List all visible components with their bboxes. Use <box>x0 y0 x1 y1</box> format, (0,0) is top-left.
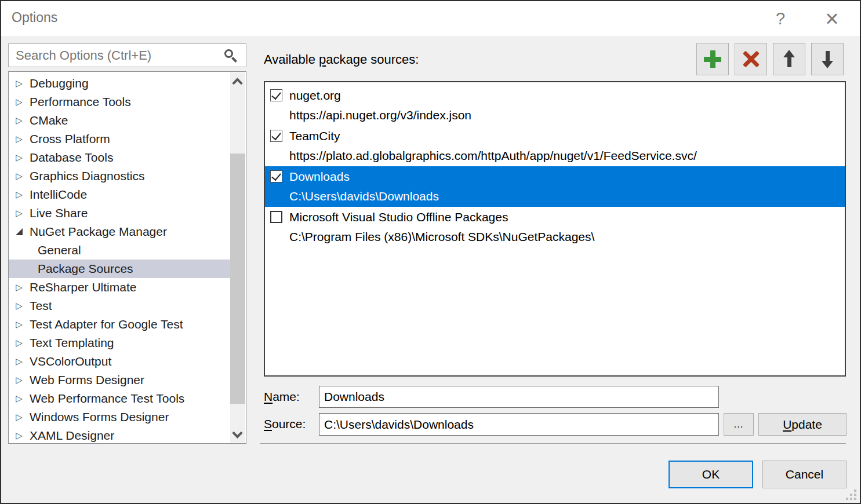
expander-icon[interactable] <box>14 208 24 218</box>
tree-item-xaml-designer[interactable]: XAML Designer <box>9 426 230 444</box>
scrollbar-thumb[interactable] <box>230 154 245 404</box>
expander-icon[interactable] <box>14 338 24 348</box>
search-input[interactable]: Search Options (Ctrl+E) <box>8 43 246 67</box>
expander-icon[interactable] <box>14 189 24 200</box>
name-label: Name: <box>264 390 300 404</box>
browse-button[interactable]: ... <box>724 413 754 436</box>
dialog-body: Search Options (Ctrl+E) Debugging Perfor… <box>1 36 860 503</box>
remove-source-button[interactable] <box>735 43 767 75</box>
expander-icon[interactable] <box>14 301 24 311</box>
expander-icon[interactable] <box>14 171 24 181</box>
help-button[interactable]: ? <box>764 1 797 36</box>
search-placeholder: Search Options (Ctrl+E) <box>16 48 151 63</box>
tree-scrollbar[interactable] <box>230 72 245 443</box>
expander-icon[interactable] <box>14 228 24 235</box>
divider <box>260 443 846 444</box>
scroll-up-icon[interactable] <box>232 78 242 88</box>
source-input[interactable]: C:\Users\davids\Downloads <box>319 413 719 436</box>
tree-item-graphics-diagnostics[interactable]: Graphics Diagnostics <box>9 167 230 185</box>
tree-item-nuget-package-manager[interactable]: NuGet Package Manager <box>9 222 230 241</box>
resize-grip-icon[interactable] <box>846 490 856 500</box>
tree-item-performance-tools[interactable]: Performance Tools <box>9 93 230 111</box>
expander-icon[interactable] <box>14 97 24 107</box>
source-name: nuget.org <box>289 89 341 103</box>
expander-icon[interactable] <box>14 412 24 422</box>
tree-item-label: Graphics Diagnostics <box>30 169 144 183</box>
tree-item-test-adapter-google-test[interactable]: Test Adapter for Google Test <box>9 315 230 334</box>
source-value: C:\Users\davids\Downloads <box>324 418 474 432</box>
expander-icon[interactable] <box>14 152 24 163</box>
arrow-up-icon <box>783 50 795 68</box>
tree-item-resharper-ultimate[interactable]: ReSharper Ultimate <box>9 278 230 297</box>
close-icon: × <box>825 6 838 32</box>
scroll-down-icon[interactable] <box>232 428 242 438</box>
tree-item-text-templating[interactable]: Text Templating <box>9 334 230 352</box>
arrow-down-icon <box>822 50 833 68</box>
titlebar: Options ? × <box>1 1 860 36</box>
source-name: TeamCity <box>289 129 340 143</box>
expander-icon[interactable] <box>14 319 24 330</box>
tree-item-web-performance-test-tools[interactable]: Web Performance Test Tools <box>9 389 230 408</box>
tree-item-label: IntelliCode <box>30 188 87 202</box>
package-sources-list: nuget.org https://api.nuget.org/v3/index… <box>264 81 846 377</box>
tree-item-label: Cross Platform <box>30 132 110 146</box>
tree-item-label: Database Tools <box>30 151 113 165</box>
tree-item-cross-platform[interactable]: Cross Platform <box>9 130 230 148</box>
expander-icon[interactable] <box>14 282 24 293</box>
tree-item-label: Live Share <box>30 206 88 220</box>
move-down-button[interactable] <box>811 43 844 75</box>
source-item-downloads[interactable]: Downloads C:\Users\davids\Downloads <box>265 166 845 207</box>
tree-item-intellicode[interactable]: IntelliCode <box>9 185 230 204</box>
source-item-teamcity[interactable]: TeamCity https://plato.ad.globalgraphics… <box>265 126 845 166</box>
source-checkbox[interactable] <box>270 170 282 182</box>
expander-icon[interactable] <box>14 356 24 367</box>
source-checkbox[interactable] <box>270 130 282 142</box>
source-checkbox[interactable] <box>270 211 282 223</box>
tree-item-label: Text Templating <box>30 336 114 350</box>
tree-item-label: Package Sources <box>38 262 133 276</box>
tree-item-vscoloroutput[interactable]: VSColorOutput <box>9 352 230 371</box>
update-button[interactable]: Update <box>758 413 847 436</box>
tree-item-web-forms-designer[interactable]: Web Forms Designer <box>9 371 230 389</box>
add-source-button[interactable] <box>696 43 729 75</box>
expander-icon[interactable] <box>14 393 24 404</box>
tree-item-cmake[interactable]: CMake <box>9 111 230 130</box>
tree-item-package-sources[interactable]: Package Sources <box>9 260 230 278</box>
tree-item-test[interactable]: Test <box>9 297 230 315</box>
expander-icon[interactable] <box>14 375 24 385</box>
tree-rows: Debugging Performance Tools CMake Cross … <box>9 74 230 444</box>
source-checkbox[interactable] <box>270 89 282 101</box>
tree-item-debugging[interactable]: Debugging <box>9 74 230 93</box>
tree-item-label: VSColorOutput <box>30 355 111 368</box>
tree-item-label: Debugging <box>30 76 89 90</box>
tree-item-label: Performance Tools <box>30 95 131 109</box>
source-url: https://api.nuget.org/v3/index.json <box>265 105 845 125</box>
tree-item-label: NuGet Package Manager <box>30 225 167 239</box>
move-up-button[interactable] <box>773 43 805 75</box>
tree-item-label: CMake <box>30 114 68 127</box>
tree-item-windows-forms-designer[interactable]: Windows Forms Designer <box>9 408 230 426</box>
tree-item-database-tools[interactable]: Database Tools <box>9 148 230 167</box>
expander-icon[interactable] <box>14 430 24 441</box>
tree-item-general[interactable]: General <box>9 241 230 260</box>
source-item-ms-offline-packages[interactable]: Microsoft Visual Studio Offline Packages… <box>265 207 845 247</box>
expander-icon[interactable] <box>14 78 24 89</box>
name-value: Downloads <box>324 390 384 404</box>
expander-icon[interactable] <box>14 115 24 126</box>
plus-icon <box>704 50 721 68</box>
tree-item-live-share[interactable]: Live Share <box>9 204 230 222</box>
tree-item-label: XAML Designer <box>30 429 114 443</box>
source-item-nuget-org[interactable]: nuget.org https://api.nuget.org/v3/index… <box>265 85 845 126</box>
cancel-button[interactable]: Cancel <box>762 461 847 488</box>
help-icon: ? <box>776 9 785 28</box>
close-button[interactable]: × <box>813 1 851 36</box>
expander-icon[interactable] <box>14 134 24 144</box>
options-tree: Debugging Performance Tools CMake Cross … <box>8 71 246 444</box>
tree-item-label: Windows Forms Designer <box>30 410 169 424</box>
name-input[interactable]: Downloads <box>319 386 719 408</box>
search-icon[interactable] <box>224 49 233 58</box>
source-url: https://plato.ad.globalgraphics.com/http… <box>265 146 845 165</box>
available-sources-label: Available package sources: <box>264 52 419 67</box>
dialog-title: Options <box>12 10 57 25</box>
ok-button[interactable]: OK <box>669 461 753 488</box>
